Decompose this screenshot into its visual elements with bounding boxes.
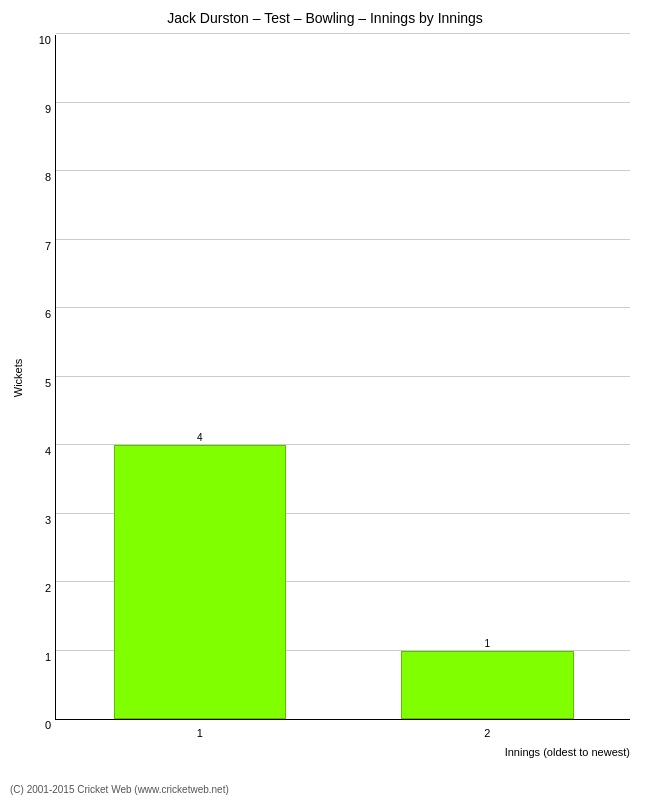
y-tick-label-2: 2 xyxy=(45,582,51,594)
grid-line-6 xyxy=(56,307,630,308)
x-tick-label-2: 2 xyxy=(484,727,490,739)
chart-plot-area: 0123456789104112 xyxy=(55,35,630,720)
chart-title: Jack Durston – Test – Bowling – Innings … xyxy=(0,0,650,31)
bar-value-label-1: 4 xyxy=(190,432,210,443)
y-tick-label-5: 5 xyxy=(45,377,51,389)
bar-innings-1 xyxy=(114,445,287,719)
grid-line-9 xyxy=(56,102,630,103)
bar-value-label-2: 1 xyxy=(477,638,497,649)
y-tick-label-9: 9 xyxy=(45,103,51,115)
y-tick-label-4: 4 xyxy=(45,445,51,457)
x-tick-label-1: 1 xyxy=(197,727,203,739)
y-tick-label-7: 7 xyxy=(45,240,51,252)
y-tick-label-1: 1 xyxy=(45,651,51,663)
y-tick-label-0: 0 xyxy=(45,719,51,731)
grid-line-10 xyxy=(56,33,630,34)
y-axis-title: Wickets xyxy=(10,35,26,720)
grid-line-8 xyxy=(56,170,630,171)
y-tick-label-8: 8 xyxy=(45,171,51,183)
bar-innings-2 xyxy=(401,651,574,720)
y-tick-label-3: 3 xyxy=(45,514,51,526)
grid-line-7 xyxy=(56,239,630,240)
y-tick-label-10: 10 xyxy=(39,34,51,46)
x-axis-title: Innings (oldest to newest) xyxy=(505,746,630,758)
copyright-text: (C) 2001-2015 Cricket Web (www.cricketwe… xyxy=(10,784,229,795)
grid-line-5 xyxy=(56,376,630,377)
y-tick-label-6: 6 xyxy=(45,308,51,320)
chart-container: Jack Durston – Test – Bowling – Innings … xyxy=(0,0,650,800)
